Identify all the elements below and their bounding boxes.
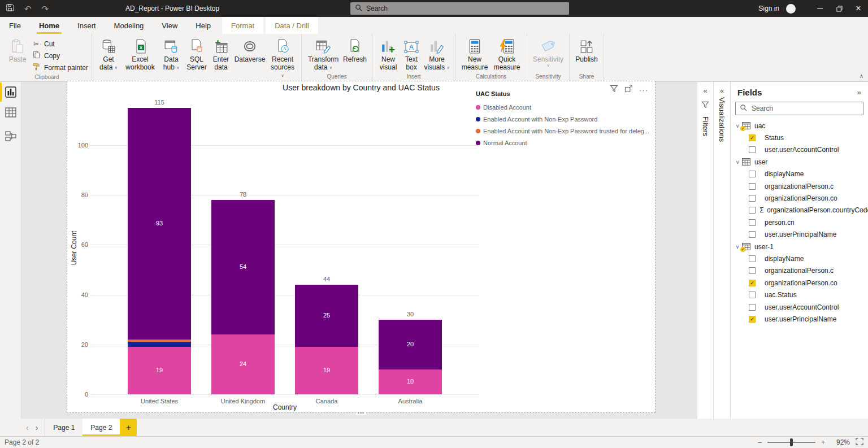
table-row[interactable]: ∨user <box>731 156 868 168</box>
new-page-button[interactable]: + <box>120 419 137 436</box>
field-checkbox[interactable]: ✓ <box>749 280 756 286</box>
cut-button[interactable]: ✂ Cut <box>32 38 88 49</box>
field-checkbox[interactable] <box>749 183 756 190</box>
visualizations-pane-collapsed[interactable]: « Visualizations <box>713 82 730 419</box>
text-box-button[interactable]: A Text box <box>401 35 422 71</box>
recent-sources-button[interactable]: Recent sources ∨ <box>267 35 298 79</box>
fit-to-page-icon[interactable] <box>856 438 863 447</box>
field-checkbox[interactable] <box>749 304 756 311</box>
format-painter-button[interactable]: Format painter <box>32 62 88 73</box>
field-row[interactable]: user.userAccountControl <box>731 144 868 156</box>
table-row[interactable]: ∨✓uac <box>731 120 868 132</box>
field-checkbox[interactable] <box>749 146 756 153</box>
field-checkbox[interactable]: ✓ <box>749 316 756 323</box>
fields-search-input[interactable] <box>750 104 859 113</box>
get-data-button[interactable]: Get data ∨ <box>96 35 121 71</box>
save-icon[interactable] <box>6 3 14 14</box>
menu-help[interactable]: Help <box>186 17 220 34</box>
field-checkbox[interactable] <box>749 292 756 298</box>
expand-visualizations-icon[interactable]: « <box>714 82 730 95</box>
refresh-button[interactable]: Refresh <box>341 35 368 63</box>
field-row[interactable]: uac.Status <box>731 289 868 301</box>
text-box-icon: A <box>403 37 419 54</box>
chevron-down-icon[interactable]: ∨ <box>734 159 741 165</box>
table-row[interactable]: ∨✓user-1 <box>731 241 868 253</box>
more-visuals-button[interactable]: More visuals ∨ <box>422 35 452 71</box>
legend-item[interactable]: Enabled Account with Non-Exp Password tr… <box>476 125 654 137</box>
field-checkbox[interactable] <box>749 231 756 238</box>
report-view-button[interactable] <box>0 82 21 102</box>
restore-button[interactable] <box>830 0 849 17</box>
global-search-box[interactable]: Search <box>350 2 569 15</box>
data-view-button[interactable] <box>0 102 21 123</box>
sign-in-link[interactable]: Sign in <box>758 5 779 12</box>
zoom-out-button[interactable]: – <box>758 438 762 446</box>
field-checkbox[interactable] <box>749 171 756 177</box>
menu-data-drill[interactable]: Data / Drill <box>266 17 318 34</box>
field-checkbox[interactable] <box>749 267 756 274</box>
excel-workbook-button[interactable]: X Excel workbook <box>121 35 159 71</box>
field-row[interactable]: ✓Status <box>731 132 868 143</box>
legend-item[interactable]: Normal Account <box>476 137 654 149</box>
recent-sources-icon <box>276 37 289 54</box>
zoom-slider[interactable] <box>767 442 815 443</box>
expand-filters-icon[interactable]: « <box>697 82 713 95</box>
field-row[interactable]: person.cn <box>731 216 868 228</box>
enter-data-button[interactable]: Enter data <box>210 35 232 71</box>
field-row[interactable]: ✓user.userPrincipalName <box>731 313 868 325</box>
sensitivity-button[interactable]: Sensitivity ∨ <box>531 35 566 68</box>
zoom-in-button[interactable]: + <box>821 438 825 446</box>
field-row[interactable]: organizationalPerson.co <box>731 192 868 204</box>
menu-home[interactable]: Home <box>30 17 68 34</box>
zoom-slider-handle[interactable] <box>790 438 793 446</box>
bar-segment[interactable] <box>128 340 191 342</box>
filters-pane-collapsed[interactable]: « Filters <box>697 82 713 419</box>
field-checkbox[interactable] <box>749 219 756 226</box>
bar-chart-visual[interactable]: User breakdown by Country and UAC Status… <box>67 81 656 413</box>
next-page-arrow[interactable]: › <box>36 423 38 432</box>
field-checkbox[interactable] <box>749 255 756 262</box>
menu-insert[interactable]: Insert <box>68 17 105 34</box>
avatar[interactable] <box>786 4 796 14</box>
paste-button[interactable]: Paste <box>6 35 29 63</box>
field-row[interactable]: user.userPrincipalName <box>731 229 868 241</box>
field-row[interactable]: displayName <box>731 168 868 180</box>
collapse-ribbon-icon[interactable]: ∧ <box>860 73 863 79</box>
menu-format[interactable]: Format <box>222 17 263 34</box>
bar-segment[interactable] <box>128 342 191 347</box>
field-checkbox[interactable] <box>749 207 756 214</box>
legend-item[interactable]: Enabled Account with Non-Exp Password <box>476 113 654 125</box>
field-row[interactable]: displayName <box>731 253 868 264</box>
sql-server-button[interactable]: SQL Server <box>184 35 210 71</box>
prev-page-arrow[interactable]: ‹ <box>26 423 29 432</box>
tab-page-1[interactable]: Page 1 <box>45 419 83 436</box>
close-button[interactable]: × <box>849 0 868 17</box>
new-visual-button[interactable]: New visual <box>376 35 401 71</box>
legend-item[interactable]: Disabled Account <box>476 101 654 113</box>
undo-icon[interactable]: ↶ <box>24 5 32 13</box>
field-checkbox[interactable]: ✓ <box>749 134 756 141</box>
redo-icon[interactable]: ↷ <box>42 5 49 13</box>
menu-modeling[interactable]: Modeling <box>105 17 153 34</box>
data-hub-button[interactable]: Data hub ∨ <box>159 35 184 71</box>
minimize-button[interactable] <box>810 0 830 17</box>
visual-drag-grip[interactable]: ••• <box>356 411 366 415</box>
menu-file[interactable]: File <box>0 17 30 34</box>
field-checkbox[interactable] <box>749 195 756 202</box>
fields-search-box[interactable] <box>735 102 863 115</box>
model-view-button[interactable] <box>0 126 21 146</box>
copy-button[interactable]: Copy <box>32 50 88 61</box>
dataverse-button[interactable]: Dataverse <box>232 35 267 63</box>
field-row[interactable]: ✓organizationalPerson.co <box>731 277 868 289</box>
field-row[interactable]: user.userAccountControl <box>731 301 868 313</box>
field-row[interactable]: organizationalPerson.c <box>731 265 868 277</box>
quick-measure-button[interactable]: Quick measure <box>491 35 523 71</box>
field-row[interactable]: ΣorganizationalPerson.countryCode <box>731 205 868 216</box>
field-row[interactable]: organizationalPerson.c <box>731 180 868 192</box>
new-measure-button[interactable]: New measure <box>459 35 491 71</box>
transform-data-button[interactable]: Transform data ∨ <box>305 35 341 71</box>
collapse-fields-icon[interactable]: » <box>857 88 861 97</box>
menu-view[interactable]: View <box>153 17 186 34</box>
publish-button[interactable]: Publish <box>573 35 600 63</box>
tab-page-2[interactable]: Page 2 <box>83 419 120 436</box>
